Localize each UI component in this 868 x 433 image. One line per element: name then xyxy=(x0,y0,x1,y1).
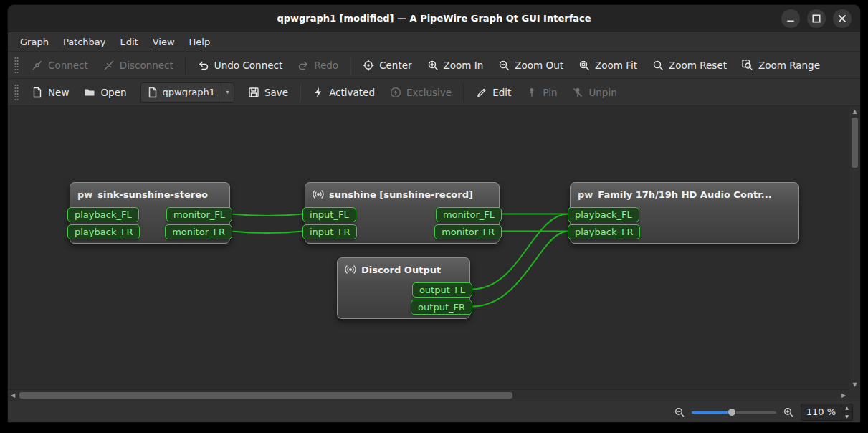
menu-patchbay[interactable]: Patchbay xyxy=(57,34,113,49)
zoom-out-button[interactable]: Zoom Out xyxy=(491,54,571,76)
scroll-right-icon[interactable]: ▶ xyxy=(839,390,849,401)
vertical-scrollbar[interactable]: ▲ ▼ xyxy=(849,106,860,389)
toolbar-separator xyxy=(185,57,186,74)
activated-bolt-icon xyxy=(313,87,324,98)
port-monitor-fl[interactable]: monitor_FL xyxy=(166,207,232,222)
graph-canvas[interactable]: pw sink-sunshine-stereo playback_FL play… xyxy=(8,106,849,389)
menu-view[interactable]: View xyxy=(146,34,181,49)
close-button[interactable] xyxy=(833,9,852,28)
scroll-up-icon[interactable]: ▲ xyxy=(849,106,860,116)
zoom-level-spinbox[interactable]: 110 % ▲ ▼ xyxy=(801,404,853,421)
graph-canvas-area: pw sink-sunshine-stereo playback_FL play… xyxy=(8,106,860,401)
zoom-reset-button[interactable]: Zoom Reset xyxy=(645,54,734,76)
statusbar: 110 % ▲ ▼ xyxy=(8,401,860,422)
scroll-left-icon[interactable]: ◀ xyxy=(8,390,18,401)
maximize-button[interactable] xyxy=(807,9,826,28)
save-button[interactable]: Save xyxy=(241,82,295,103)
toolbar-drag-handle[interactable] xyxy=(14,84,19,101)
zoom-range-button[interactable]: Zoom Range xyxy=(735,54,827,76)
port-output-fl[interactable]: output_FL xyxy=(412,282,472,298)
horizontal-scrollbar-thumb[interactable] xyxy=(19,392,512,399)
scroll-down-icon[interactable]: ▼ xyxy=(849,379,860,389)
minimize-button[interactable] xyxy=(781,9,800,28)
activated-button[interactable]: Activated xyxy=(305,82,382,103)
window-controls xyxy=(781,9,852,28)
menubar: Graph Patchbay Edit View Help xyxy=(8,32,860,52)
profile-file-icon xyxy=(147,87,158,98)
save-icon xyxy=(248,87,259,98)
zoom-out-icon[interactable] xyxy=(674,406,685,418)
vertical-scrollbar-thumb[interactable] xyxy=(852,118,858,168)
zoom-fit-button[interactable]: Zoom Fit xyxy=(571,54,644,76)
patchbay-profile-combo[interactable]: qpwgraph1 ▾ xyxy=(140,82,234,103)
port-monitor-fl[interactable]: monitor_FL xyxy=(436,207,502,222)
center-button[interactable]: Center xyxy=(356,54,419,76)
toolbar-graph: Connect Disconnect Undo Connect xyxy=(8,52,860,79)
titlebar[interactable]: qpwgraph1 [modified] — A PipeWire Graph … xyxy=(8,5,860,32)
edit-button[interactable]: Edit xyxy=(469,82,518,103)
zoom-out-icon xyxy=(498,60,510,71)
zoom-slider[interactable] xyxy=(692,406,776,418)
toolbar-separator xyxy=(300,84,301,101)
node-title: sunshine [sunshine-record] xyxy=(329,189,473,200)
zoom-slider-handle[interactable] xyxy=(728,408,736,417)
speaker-icon xyxy=(313,189,324,200)
scrollbar-corner xyxy=(849,389,860,401)
link-sink-monitor-fl-to-sunshine-input-fl[interactable] xyxy=(232,214,303,217)
toolbar-separator xyxy=(463,84,464,101)
zoom-fit-icon xyxy=(578,60,590,71)
zoom-level-value[interactable]: 110 % xyxy=(801,404,841,420)
spin-up-button[interactable]: ▲ xyxy=(841,404,852,413)
horizontal-scrollbar[interactable]: ◀ ▶ xyxy=(8,389,849,401)
node-sink-sunshine-stereo[interactable]: pw sink-sunshine-stereo playback_FL play… xyxy=(70,182,230,244)
port-playback-fl[interactable]: playback_FL xyxy=(67,207,139,222)
redo-button[interactable]: Redo xyxy=(290,54,345,76)
port-input-fl[interactable]: input_FL xyxy=(302,207,356,222)
pipewire-icon: pw xyxy=(578,189,593,200)
exclusive-bolt-icon xyxy=(390,87,401,98)
speaker-icon xyxy=(345,264,356,275)
port-monitor-fr[interactable]: monitor_FR xyxy=(434,224,502,239)
port-playback-fl[interactable]: playback_FL xyxy=(568,207,639,222)
pin-icon xyxy=(526,87,538,98)
port-monitor-fr[interactable]: monitor_FR xyxy=(165,224,232,239)
toolbar-drag-handle[interactable] xyxy=(14,57,19,74)
port-playback-fr[interactable]: playback_FR xyxy=(568,224,640,239)
open-folder-icon xyxy=(84,87,95,98)
app-window: qpwgraph1 [modified] — A PipeWire Graph … xyxy=(7,4,861,423)
undo-icon xyxy=(198,60,209,71)
combo-dropdown-arrow-icon[interactable]: ▾ xyxy=(221,83,234,102)
toolbar-patchbay: New Open qpwgraph1 ▾ Save xyxy=(8,79,860,106)
unpin-button[interactable]: Unpin xyxy=(565,82,624,103)
menu-help[interactable]: Help xyxy=(183,34,217,49)
node-sunshine-record[interactable]: sunshine [sunshine-record] input_FL inpu… xyxy=(305,182,500,244)
disconnect-button[interactable]: Disconnect xyxy=(96,54,181,76)
connect-button[interactable]: Connect xyxy=(24,54,95,76)
node-title: Family 17h/19h HD Audio Contr... xyxy=(598,189,771,200)
zoom-in-button[interactable]: Zoom In xyxy=(420,54,491,76)
redo-icon xyxy=(297,60,309,71)
zoom-reset-icon xyxy=(652,60,664,71)
link-sink-monitor-fr-to-sunshine-input-fr[interactable] xyxy=(232,232,303,234)
connections-layer xyxy=(8,106,849,389)
undo-connect-button[interactable]: Undo Connect xyxy=(191,54,290,76)
port-input-fr[interactable]: input_FR xyxy=(302,224,357,239)
node-discord-output[interactable]: Discord Output output_FL output_FR xyxy=(337,257,470,319)
menu-edit[interactable]: Edit xyxy=(114,34,145,49)
new-file-icon xyxy=(32,87,43,98)
window-title: qpwgraph1 [modified] — A PipeWire Graph … xyxy=(277,13,591,24)
toolbar-separator xyxy=(350,57,351,74)
node-title: Discord Output xyxy=(361,265,441,275)
spin-down-button[interactable]: ▼ xyxy=(841,412,852,420)
menu-graph[interactable]: Graph xyxy=(14,34,55,49)
unpin-icon xyxy=(572,87,583,98)
zoom-in-icon[interactable] xyxy=(783,406,794,418)
pin-button[interactable]: Pin xyxy=(519,82,564,103)
port-playback-fr[interactable]: playback_FR xyxy=(67,224,140,239)
connect-icon xyxy=(32,60,43,71)
port-output-fr[interactable]: output_FR xyxy=(411,300,472,315)
open-button[interactable]: Open xyxy=(77,82,133,103)
node-family-hd-audio-controller[interactable]: pw Family 17h/19h HD Audio Contr... play… xyxy=(570,182,799,244)
exclusive-button[interactable]: Exclusive xyxy=(383,82,459,103)
new-button[interactable]: New xyxy=(24,82,76,103)
